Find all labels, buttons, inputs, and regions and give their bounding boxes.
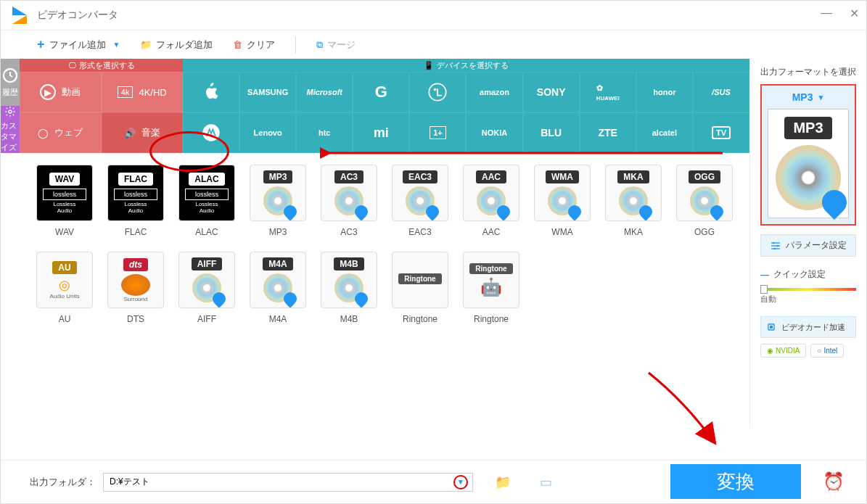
format-alac[interactable]: ALAClosslessLosslessAudioALAC	[176, 165, 237, 237]
brand-alcatel[interactable]: alcatel	[636, 112, 693, 153]
device-tab-header[interactable]: 📱 デバイスを選択する	[183, 59, 749, 72]
browse-button[interactable]: ▭	[540, 474, 552, 490]
convert-button[interactable]: 変換	[670, 464, 801, 499]
category-hd[interactable]: 4k 4K/HD	[102, 72, 184, 112]
device-tab-label: デバイスを選択する	[437, 60, 509, 71]
path-dropdown-icon[interactable]: ▼	[453, 475, 468, 489]
format-name-label: AAC	[482, 227, 501, 237]
format-tab-header[interactable]: 🖵 形式を選択する	[20, 59, 183, 72]
svg-point-3	[434, 88, 437, 91]
format-au[interactable]: AU◎Audio UnitsAU	[34, 252, 95, 324]
output-folder-input[interactable]: D:¥テスト ▼	[103, 473, 473, 492]
brand-samsung[interactable]: SAMSUNG	[239, 72, 296, 112]
dropdown-icon[interactable]: ▼	[113, 41, 120, 49]
brand-google[interactable]: G	[353, 72, 409, 112]
web-label: ウェブ	[54, 126, 83, 139]
brand-lenovo[interactable]: Lenovo	[239, 112, 296, 153]
format-wma[interactable]: WMAWMA	[532, 165, 593, 237]
dropdown-icon[interactable]: ▼	[817, 94, 824, 102]
nvidia-chip[interactable]: ◉NVIDIA	[760, 344, 806, 358]
format-name-label: ALAC	[195, 227, 218, 237]
format-thumb: MP3	[250, 165, 306, 221]
format-ogg[interactable]: OGGOGG	[674, 165, 735, 237]
brand-nokia[interactable]: NOKIA	[466, 112, 522, 153]
minimize-button[interactable]: —	[821, 7, 832, 20]
clear-button[interactable]: 🗑 クリア	[226, 36, 282, 54]
history-tab[interactable]: 履歴	[1, 59, 20, 106]
brand-oneplus[interactable]: 1+	[409, 112, 466, 153]
intel-icon: ○	[817, 347, 821, 355]
format-aiff[interactable]: AIFFAIFF	[176, 252, 237, 324]
format-thumb: EAC3	[392, 165, 448, 221]
gpu-accel-button[interactable]: ビデオカード加速	[760, 316, 856, 338]
brand-lg[interactable]	[409, 72, 466, 112]
history-icon	[1, 67, 19, 84]
lg-icon	[427, 82, 448, 102]
format-flac[interactable]: FLAClosslessLosslessAudioFLAC	[105, 165, 166, 237]
intel-chip[interactable]: ○Intel	[810, 344, 844, 358]
history-label: 履歴	[2, 87, 18, 98]
format-name-label: WMA	[551, 227, 572, 237]
brand-blu[interactable]: BLU	[523, 112, 580, 153]
selected-format-label: MP3	[792, 91, 813, 103]
format-m4a[interactable]: M4AM4A	[247, 252, 308, 324]
category-music[interactable]: 🔊 音楽	[102, 112, 184, 153]
format-thumb: AC3	[321, 165, 377, 221]
svg-point-9	[776, 244, 778, 247]
format-wav[interactable]: WAVlosslessLosslessAudioWAV	[34, 165, 95, 237]
nvidia-icon: ◉	[767, 347, 773, 355]
format-thumb: M4A	[250, 252, 306, 308]
brand-honor[interactable]: honor	[636, 72, 693, 112]
brand-tv[interactable]: TV	[693, 112, 749, 153]
schedule-button[interactable]: ⏰	[823, 471, 845, 492]
device-icon: 📱	[424, 61, 434, 70]
right-panel: 出力フォーマットを選択 MP3 ▼ MP3 パラメータ設定 — クイック設定 自…	[749, 59, 866, 429]
svg-rect-12	[770, 326, 773, 329]
close-button[interactable]: ✕	[850, 7, 859, 20]
brand-sony[interactable]: SONY	[523, 72, 580, 112]
brand-motorola[interactable]	[183, 112, 239, 153]
format-mka[interactable]: MKAMKA	[603, 165, 664, 237]
format-ringtone[interactable]: RingtoneRingtone	[390, 252, 451, 324]
svg-point-10	[773, 247, 776, 249]
music-label: 音楽	[141, 126, 160, 139]
customize-tab[interactable]: カスタマイズ	[1, 106, 20, 153]
category-video[interactable]: ▶ 動画	[20, 72, 102, 112]
brand-xiaomi[interactable]: mi	[353, 112, 409, 153]
format-name-label: WAV	[55, 227, 74, 237]
format-name-label: EAC3	[408, 227, 431, 237]
parameter-settings-button[interactable]: パラメータ設定	[760, 234, 856, 257]
quality-slider[interactable]	[760, 288, 856, 291]
brand-zte[interactable]: ZTE	[580, 112, 636, 153]
format-thumb: FLAClosslessLosslessAudio	[107, 165, 164, 221]
chrome-icon: ◯	[38, 128, 49, 139]
open-folder-button[interactable]: 📁	[495, 474, 511, 490]
brand-asus[interactable]: /SUS	[693, 72, 749, 112]
format-mp3[interactable]: MP3MP3	[247, 165, 308, 237]
format-eac3[interactable]: EAC3EAC3	[390, 165, 451, 237]
param-label: パラメータ設定	[786, 239, 847, 252]
add-folder-label: フォルダ追加	[156, 38, 213, 51]
output-path-value: D:¥テスト	[110, 476, 149, 488]
format-thumb: Ringtone🤖	[463, 252, 519, 308]
format-m4b[interactable]: M4BM4B	[319, 252, 379, 324]
quick-settings-title: — クイック設定	[760, 268, 856, 281]
brand-microsoft[interactable]: Microsoft	[296, 72, 353, 112]
monitor-icon: 🖵	[68, 61, 76, 70]
format-dts[interactable]: dtsSurroundDTS	[105, 252, 166, 324]
add-folder-button[interactable]: 📁 フォルダ追加	[133, 36, 220, 54]
brand-amazon[interactable]: amazon	[466, 72, 522, 112]
gpu-label: ビデオカード加速	[781, 322, 845, 333]
slider-thumb[interactable]	[760, 285, 768, 294]
format-preview[interactable]: MP3 ▼ MP3	[760, 84, 856, 226]
format-ringtone[interactable]: Ringtone🤖Ringtone	[461, 252, 522, 324]
add-file-button[interactable]: + ファイル追加 ▼	[30, 34, 127, 55]
brand-huawei[interactable]: ✿HUAWEI	[580, 72, 636, 112]
merge-button[interactable]: ⧉ マージ	[309, 36, 363, 54]
format-ac3[interactable]: AC3AC3	[319, 165, 379, 237]
category-web[interactable]: ◯ ウェブ	[20, 112, 102, 153]
format-aac[interactable]: AACAAC	[461, 165, 522, 237]
brand-htc[interactable]: htc	[296, 112, 353, 153]
format-preview-image: MP3	[768, 109, 849, 218]
brand-apple[interactable]	[183, 72, 239, 112]
